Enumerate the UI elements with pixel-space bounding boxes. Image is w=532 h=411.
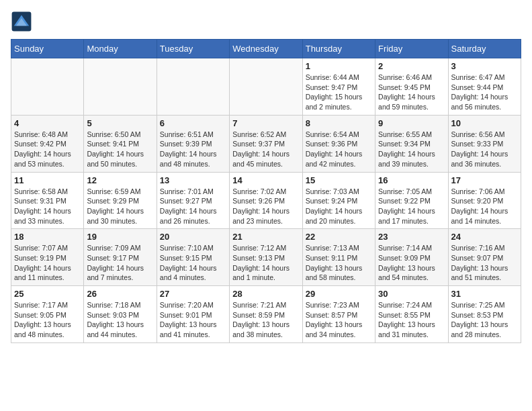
calendar-cell: 8Sunrise: 6:54 AM Sunset: 9:36 PM Daylig… [302,115,375,172]
header-wednesday: Wednesday [230,40,302,58]
calendar-week-3: 11Sunrise: 6:58 AM Sunset: 9:31 PM Dayli… [11,172,521,229]
day-info: Sunrise: 7:13 AM Sunset: 9:11 PM Dayligh… [306,243,372,283]
calendar-cell: 10Sunrise: 6:56 AM Sunset: 9:33 PM Dayli… [448,115,521,172]
day-info: Sunrise: 6:59 AM Sunset: 9:29 PM Dayligh… [87,187,153,226]
calendar-cell: 23Sunrise: 7:14 AM Sunset: 9:09 PM Dayli… [375,229,448,286]
page-header [11,11,521,32]
calendar-cell: 17Sunrise: 7:06 AM Sunset: 9:20 PM Dayli… [448,172,521,229]
calendar-cell: 29Sunrise: 7:23 AM Sunset: 8:57 PM Dayli… [302,286,375,343]
day-number: 7 [232,118,299,128]
calendar-cell: 20Sunrise: 7:10 AM Sunset: 9:15 PM Dayli… [157,229,229,286]
day-number: 15 [306,175,372,185]
day-info: Sunrise: 7:09 AM Sunset: 9:17 PM Dayligh… [87,243,153,283]
day-number: 17 [451,175,518,185]
day-number: 31 [451,289,518,299]
header-friday: Friday [375,40,448,58]
day-number: 22 [306,232,372,242]
day-info: Sunrise: 7:01 AM Sunset: 9:27 PM Dayligh… [160,187,226,226]
day-number: 18 [14,232,81,242]
logo [11,11,35,32]
day-number: 11 [14,175,81,185]
day-info: Sunrise: 7:17 AM Sunset: 9:05 PM Dayligh… [14,300,81,340]
calendar-cell: 6Sunrise: 6:51 AM Sunset: 9:39 PM Daylig… [157,115,229,172]
calendar-cell: 9Sunrise: 6:55 AM Sunset: 9:34 PM Daylig… [375,115,448,172]
calendar-cell: 14Sunrise: 7:02 AM Sunset: 9:26 PM Dayli… [230,172,302,229]
calendar-cell: 22Sunrise: 7:13 AM Sunset: 9:11 PM Dayli… [302,229,375,286]
calendar-cell: 11Sunrise: 6:58 AM Sunset: 9:31 PM Dayli… [11,172,84,229]
day-number: 12 [87,175,153,185]
calendar-cell: 3Sunrise: 6:47 AM Sunset: 9:44 PM Daylig… [448,58,521,116]
day-number: 26 [87,289,153,299]
day-number: 16 [378,175,445,185]
day-number: 27 [160,289,226,299]
calendar-header-row: SundayMondayTuesdayWednesdayThursdayFrid… [11,40,521,58]
calendar-cell: 12Sunrise: 6:59 AM Sunset: 9:29 PM Dayli… [84,172,157,229]
day-number: 5 [87,118,153,128]
calendar-cell: 15Sunrise: 7:03 AM Sunset: 9:24 PM Dayli… [302,172,375,229]
day-info: Sunrise: 7:05 AM Sunset: 9:22 PM Dayligh… [378,187,445,226]
day-number: 10 [451,118,518,128]
day-info: Sunrise: 7:03 AM Sunset: 9:24 PM Dayligh… [306,187,372,226]
day-number: 9 [378,118,445,128]
calendar-cell: 13Sunrise: 7:01 AM Sunset: 9:27 PM Dayli… [157,172,229,229]
day-number: 8 [306,118,372,128]
calendar-cell [11,58,84,116]
day-info: Sunrise: 6:51 AM Sunset: 9:39 PM Dayligh… [160,130,226,169]
day-number: 1 [306,61,372,71]
day-info: Sunrise: 6:46 AM Sunset: 9:45 PM Dayligh… [378,73,445,112]
day-number: 28 [232,289,299,299]
day-info: Sunrise: 6:55 AM Sunset: 9:34 PM Dayligh… [378,130,445,169]
calendar-cell: 2Sunrise: 6:46 AM Sunset: 9:45 PM Daylig… [375,58,448,116]
day-info: Sunrise: 7:25 AM Sunset: 8:53 PM Dayligh… [451,300,518,340]
calendar-cell: 1Sunrise: 6:44 AM Sunset: 9:47 PM Daylig… [302,58,375,116]
day-info: Sunrise: 6:54 AM Sunset: 9:36 PM Dayligh… [306,130,372,169]
calendar-cell: 30Sunrise: 7:24 AM Sunset: 8:55 PM Dayli… [375,286,448,343]
day-info: Sunrise: 7:06 AM Sunset: 9:20 PM Dayligh… [451,187,518,226]
calendar-cell: 16Sunrise: 7:05 AM Sunset: 9:22 PM Dayli… [375,172,448,229]
header-saturday: Saturday [448,40,521,58]
day-number: 14 [232,175,299,185]
calendar-week-1: 1Sunrise: 6:44 AM Sunset: 9:47 PM Daylig… [11,58,521,116]
day-number: 21 [232,232,299,242]
day-info: Sunrise: 7:14 AM Sunset: 9:09 PM Dayligh… [378,243,445,283]
day-number: 19 [87,232,153,242]
day-info: Sunrise: 7:18 AM Sunset: 9:03 PM Dayligh… [87,300,153,340]
calendar-cell: 26Sunrise: 7:18 AM Sunset: 9:03 PM Dayli… [84,286,157,343]
day-number: 6 [160,118,226,128]
day-number: 20 [160,232,226,242]
calendar-week-4: 18Sunrise: 7:07 AM Sunset: 9:19 PM Dayli… [11,229,521,286]
calendar-cell: 7Sunrise: 6:52 AM Sunset: 9:37 PM Daylig… [230,115,302,172]
day-info: Sunrise: 6:56 AM Sunset: 9:33 PM Dayligh… [451,130,518,169]
day-info: Sunrise: 6:48 AM Sunset: 9:42 PM Dayligh… [14,130,81,169]
day-info: Sunrise: 6:50 AM Sunset: 9:41 PM Dayligh… [87,130,153,169]
day-info: Sunrise: 6:47 AM Sunset: 9:44 PM Dayligh… [451,73,518,112]
calendar-cell: 21Sunrise: 7:12 AM Sunset: 9:13 PM Dayli… [230,229,302,286]
calendar-cell [230,58,302,116]
calendar-cell [157,58,229,116]
calendar-cell: 4Sunrise: 6:48 AM Sunset: 9:42 PM Daylig… [11,115,84,172]
calendar-cell: 28Sunrise: 7:21 AM Sunset: 8:59 PM Dayli… [230,286,302,343]
calendar-cell: 18Sunrise: 7:07 AM Sunset: 9:19 PM Dayli… [11,229,84,286]
header-monday: Monday [84,40,157,58]
calendar-cell: 24Sunrise: 7:16 AM Sunset: 9:07 PM Dayli… [448,229,521,286]
day-info: Sunrise: 6:44 AM Sunset: 9:47 PM Dayligh… [306,73,372,112]
day-info: Sunrise: 7:02 AM Sunset: 9:26 PM Dayligh… [232,187,299,226]
calendar-cell: 5Sunrise: 6:50 AM Sunset: 9:41 PM Daylig… [84,115,157,172]
day-info: Sunrise: 7:16 AM Sunset: 9:07 PM Dayligh… [451,243,518,283]
calendar-week-5: 25Sunrise: 7:17 AM Sunset: 9:05 PM Dayli… [11,286,521,343]
day-info: Sunrise: 7:23 AM Sunset: 8:57 PM Dayligh… [306,300,372,340]
day-number: 13 [160,175,226,185]
day-info: Sunrise: 7:12 AM Sunset: 9:13 PM Dayligh… [232,243,299,283]
header-sunday: Sunday [11,40,84,58]
day-number: 2 [378,61,445,71]
calendar-table: SundayMondayTuesdayWednesdayThursdayFrid… [11,39,521,343]
day-number: 30 [378,289,445,299]
day-info: Sunrise: 7:21 AM Sunset: 8:59 PM Dayligh… [232,300,299,340]
day-number: 23 [378,232,445,242]
day-info: Sunrise: 7:24 AM Sunset: 8:55 PM Dayligh… [378,300,445,340]
calendar-cell: 19Sunrise: 7:09 AM Sunset: 9:17 PM Dayli… [84,229,157,286]
day-info: Sunrise: 7:10 AM Sunset: 9:15 PM Dayligh… [160,243,226,283]
header-tuesday: Tuesday [157,40,229,58]
day-number: 29 [306,289,372,299]
day-info: Sunrise: 7:20 AM Sunset: 9:01 PM Dayligh… [160,300,226,340]
